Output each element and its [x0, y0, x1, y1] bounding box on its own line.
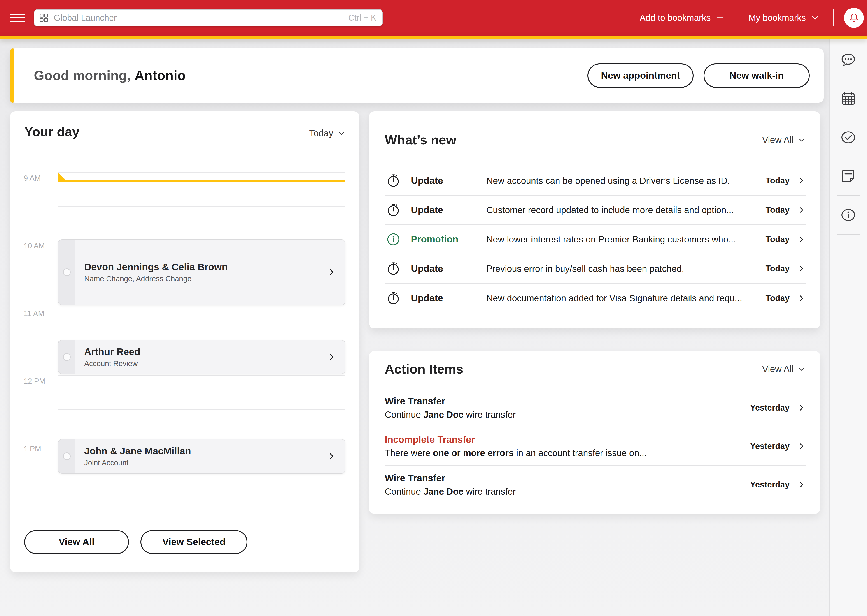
news-row[interactable]: Update New accounts can be opened using …: [385, 166, 806, 196]
header-actions: Add to bookmarks My bookmarks: [640, 8, 864, 28]
day-range-dropdown[interactable]: Today: [309, 128, 345, 138]
utility-sidebar: [829, 39, 867, 616]
appointment-name: Arthur Reed: [84, 346, 326, 357]
greeting-actions: New appointment New walk-in: [588, 63, 810, 88]
day-range-label: Today: [309, 128, 333, 138]
sidebar-item-info[interactable]: [829, 196, 867, 234]
action-item-date: Yesterday: [750, 480, 790, 489]
view-selected-button[interactable]: View Selected: [140, 530, 247, 554]
hour-label: 9 AM: [24, 174, 41, 183]
stopwatch-icon: [386, 173, 400, 188]
stopwatch-icon: [386, 261, 400, 276]
global-launcher-searchbox[interactable]: Ctrl + K: [34, 9, 383, 27]
chevron-right-icon: [797, 206, 806, 215]
brand-accent-bar: [0, 36, 867, 39]
appointment-name: John & Jane MacMillan: [84, 445, 326, 457]
promotion-info-icon: [386, 232, 400, 247]
chevron-down-icon: [798, 365, 806, 373]
note-icon: [840, 168, 856, 184]
action-item-details: Incomplete Transfer There were one or mo…: [385, 434, 750, 458]
chevron-down-icon: [337, 129, 345, 137]
new-appointment-button[interactable]: New appointment: [588, 63, 694, 88]
top-header: Ctrl + K Add to bookmarks My bookmarks: [0, 0, 867, 36]
my-bookmarks-button[interactable]: My bookmarks: [749, 13, 820, 23]
sidebar-item-notes[interactable]: [829, 157, 867, 195]
hour-line: [58, 409, 345, 410]
sidebar-item-tasks[interactable]: [829, 118, 867, 157]
calendar-icon: [840, 90, 856, 107]
sidebar-item-chat[interactable]: [829, 41, 867, 79]
whats-new-list: Update New accounts can be opened using …: [385, 166, 806, 313]
news-row[interactable]: Update New documentation added for Visa …: [385, 283, 806, 313]
keyboard-shortcut-hint: Ctrl + K: [348, 13, 377, 22]
action-item-row[interactable]: Wire Transfer Continue Jane Doe wire tra…: [385, 389, 806, 427]
whats-new-view-all[interactable]: View All: [762, 135, 806, 145]
appointment-radio[interactable]: [63, 269, 71, 276]
news-type-label: Promotion: [411, 234, 486, 245]
chevron-down-icon: [810, 13, 820, 22]
action-item-title: Wire Transfer: [385, 396, 750, 407]
appointment-services: Account Review: [84, 359, 326, 368]
your-day-card: Your day Today 9 AM 10 AM 11 AM 12 PM 1 …: [10, 112, 359, 572]
news-row[interactable]: Update Previous error in buy/sell cash h…: [385, 254, 806, 283]
appointment-details: John & Jane MacMillan Joint Account: [75, 439, 326, 473]
new-walkin-button[interactable]: New walk-in: [703, 63, 810, 88]
action-item-description: There were one or more errors in an acco…: [385, 448, 750, 458]
appointment-radio[interactable]: [63, 453, 71, 460]
hamburger-icon: [10, 14, 25, 15]
view-all-label: View All: [762, 364, 794, 374]
appointment-open-button[interactable]: [326, 240, 336, 305]
news-type-label: Update: [411, 263, 486, 274]
news-row[interactable]: Update Customer record updated to includ…: [385, 196, 806, 225]
action-item-date: Yesterday: [750, 403, 790, 413]
chevron-right-icon: [326, 267, 336, 277]
chevron-right-icon: [326, 451, 336, 461]
appointment-open-button[interactable]: [326, 439, 336, 473]
notifications-button[interactable]: [844, 8, 864, 28]
menu-button[interactable]: [10, 14, 25, 22]
plus-icon: [715, 13, 725, 23]
action-items-view-all[interactable]: View All: [762, 364, 806, 374]
action-items-title: Action Items: [385, 361, 463, 376]
sidebar-item-calendar[interactable]: [829, 79, 867, 118]
news-date: Today: [766, 234, 790, 244]
whats-new-title: What’s new: [385, 132, 456, 147]
appointment-card[interactable]: Devon Jennings & Celia Brown Name Change…: [58, 239, 345, 305]
chevron-right-icon: [797, 176, 806, 185]
chevron-right-icon: [797, 294, 806, 303]
news-type-label: Update: [411, 293, 486, 303]
greeting-accent-bar: [10, 49, 14, 103]
action-item-row[interactable]: Incomplete Transfer There were one or mo…: [385, 427, 806, 465]
appointment-select-strip: [58, 439, 75, 473]
appointment-card[interactable]: John & Jane MacMillan Joint Account: [58, 439, 345, 474]
search-input[interactable]: [54, 13, 348, 23]
action-item-description: Continue Jane Doe wire transfer: [385, 487, 750, 497]
appointment-card[interactable]: Arthur Reed Account Review: [58, 340, 345, 374]
news-date: Today: [766, 176, 790, 185]
appointment-details: Arthur Reed Account Review: [75, 340, 326, 374]
header-divider: [833, 9, 834, 27]
appointment-open-button[interactable]: [326, 340, 336, 374]
view-all-label: View All: [762, 135, 794, 145]
hour-line: [58, 511, 345, 511]
chevron-right-icon: [797, 235, 806, 244]
add-to-bookmarks-button[interactable]: Add to bookmarks: [640, 13, 725, 23]
appointment-radio[interactable]: [63, 353, 71, 361]
greeting-card: Good morning, Antonio New appointment Ne…: [10, 49, 824, 103]
whats-new-card: What’s new View All Update: [369, 112, 820, 328]
view-all-button[interactable]: View All: [24, 530, 129, 554]
hour-label: 11 AM: [24, 309, 44, 318]
news-row[interactable]: Promotion New lower interest rates on Pr…: [385, 225, 806, 254]
bell-icon: [848, 12, 859, 24]
current-time-indicator: [58, 179, 345, 182]
action-item-row[interactable]: Wire Transfer Continue Jane Doe wire tra…: [385, 465, 806, 504]
page-greeting: Good morning, Antonio: [34, 68, 186, 83]
check-circle-icon: [840, 129, 856, 146]
appointment-services: Joint Account: [84, 459, 326, 467]
news-type-label: Update: [411, 175, 486, 186]
action-items-list: Wire Transfer Continue Jane Doe wire tra…: [385, 389, 806, 504]
chevron-right-icon: [797, 264, 806, 273]
action-item-title: Wire Transfer: [385, 473, 750, 484]
appointment-services: Name Change, Address Change: [84, 275, 326, 283]
hour-label: 10 AM: [24, 241, 45, 250]
